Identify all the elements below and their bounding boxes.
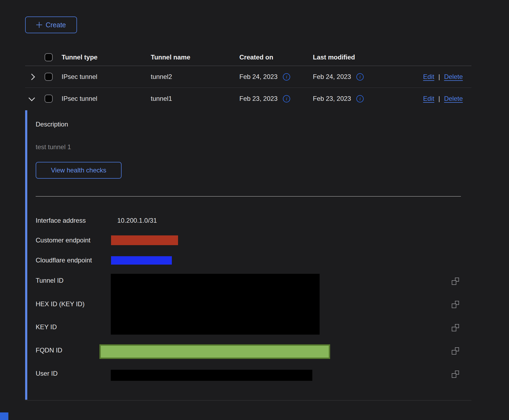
created-on-cell: Feb 23, 2023 i	[239, 95, 313, 102]
tunnel-type-cell: IPsec tunnel	[62, 95, 151, 102]
key-id-label: KEY ID	[36, 323, 57, 331]
last-modified-date: Feb 23, 2023	[313, 95, 351, 102]
customer-endpoint-redacted-value	[111, 235, 178, 245]
copy-icon[interactable]	[452, 371, 459, 378]
row-checkbox[interactable]	[45, 73, 53, 81]
create-button-label: Create	[46, 21, 66, 29]
customer-endpoint-label: Customer endpoint	[36, 236, 91, 244]
edit-link[interactable]: Edit	[423, 73, 434, 81]
hex-id-label: HEX ID (KEY ID)	[36, 300, 85, 308]
copy-icon-front	[452, 373, 456, 378]
info-icon[interactable]: i	[356, 95, 364, 102]
copy-icon[interactable]	[452, 347, 459, 355]
table-row: IPsec tunnel tunnel1 Feb 23, 2023 i Feb …	[25, 88, 471, 109]
tunnel-name-cell: tunnel1	[151, 95, 239, 102]
header-tunnel-type: Tunnel type	[62, 54, 151, 61]
plus-icon	[36, 22, 42, 28]
tunnels-table: Tunnel type Tunnel name Created on Last …	[25, 49, 471, 109]
tunnel-type-cell: IPsec tunnel	[62, 73, 151, 81]
header-tunnel-name: Tunnel name	[151, 54, 239, 61]
created-on-cell: Feb 24, 2023 i	[239, 73, 313, 81]
view-health-checks-button[interactable]: View health checks	[36, 162, 122, 179]
last-modified-cell: Feb 24, 2023 i	[313, 73, 398, 81]
section-divider	[36, 196, 461, 196]
action-separator: |	[438, 73, 440, 81]
edit-link[interactable]: Edit	[423, 95, 434, 102]
ids-redacted-value	[111, 274, 320, 335]
copy-icon[interactable]	[452, 324, 459, 331]
info-icon[interactable]: i	[283, 73, 290, 81]
tunnel-id-label: Tunnel ID	[36, 277, 63, 284]
copy-icon-front	[452, 280, 456, 285]
delete-link[interactable]: Delete	[444, 73, 463, 81]
info-icon[interactable]: i	[283, 95, 290, 102]
fqdn-id-redacted-value	[99, 344, 330, 359]
header-created-on: Created on	[239, 54, 313, 61]
cutoff-blue-element	[0, 412, 8, 420]
description-label: Description	[36, 121, 68, 128]
description-value: test tunnel 1	[36, 143, 71, 151]
copy-icon[interactable]	[452, 301, 459, 308]
chevron-right-icon[interactable]	[28, 74, 35, 80]
chevron-down-icon[interactable]	[28, 95, 35, 101]
table-header-row: Tunnel type Tunnel name Created on Last …	[25, 49, 471, 66]
action-separator: |	[438, 95, 440, 102]
copy-icon-front	[452, 304, 456, 308]
select-all-checkbox[interactable]	[45, 53, 53, 61]
copy-icon-front	[452, 350, 456, 355]
created-on-date: Feb 23, 2023	[239, 95, 277, 102]
row-actions: Edit | Delete	[398, 95, 471, 102]
copy-icon[interactable]	[452, 278, 459, 285]
delete-link[interactable]: Delete	[444, 95, 463, 102]
interface-address-value: 10.200.1.0/31	[117, 217, 157, 224]
cloudflare-endpoint-redacted-value	[111, 256, 172, 265]
tunnel-name-cell: tunnel2	[151, 73, 239, 81]
row-checkbox[interactable]	[45, 95, 53, 103]
interface-address-label: Interface address	[36, 217, 86, 224]
user-id-label: User ID	[36, 370, 58, 377]
last-modified-date: Feb 24, 2023	[313, 73, 351, 81]
user-id-redacted-value	[111, 370, 312, 381]
expanded-row-indicator-bar	[25, 110, 27, 400]
created-on-date: Feb 24, 2023	[239, 73, 277, 81]
table-row: IPsec tunnel tunnel2 Feb 24, 2023 i Feb …	[25, 66, 471, 88]
create-button[interactable]: Create	[25, 16, 77, 33]
expanded-tunnel-details: Description test tunnel 1 View health ch…	[25, 110, 471, 401]
header-last-modified: Last modified	[313, 54, 398, 61]
copy-icon-front	[452, 327, 456, 331]
row-actions: Edit | Delete	[398, 73, 471, 81]
info-icon[interactable]: i	[356, 73, 364, 81]
cloudflare-endpoint-label: Cloudflare endpoint	[36, 256, 92, 264]
fqdn-id-label: FQDN ID	[36, 346, 62, 354]
last-modified-cell: Feb 23, 2023 i	[313, 95, 398, 102]
